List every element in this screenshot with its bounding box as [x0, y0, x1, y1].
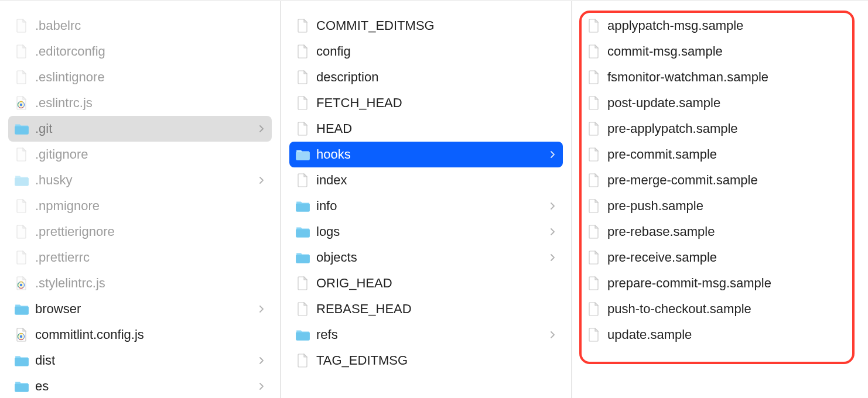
- file-icon: [586, 250, 602, 265]
- file-icon: [295, 121, 310, 136]
- file-name-label: browser: [35, 301, 252, 317]
- file-icon: [14, 224, 29, 239]
- file-row[interactable]: .npmignore: [8, 193, 272, 219]
- folder-row[interactable]: es: [8, 373, 272, 398]
- file-icon: [586, 18, 602, 33]
- svg-point-6: [20, 104, 22, 106]
- file-row[interactable]: config: [289, 39, 563, 64]
- chevron-right-icon: [258, 177, 266, 184]
- file-name-label: pre-applypatch.sample: [607, 121, 854, 136]
- folder-row[interactable]: objects: [289, 245, 563, 270]
- finder-column-0: .babelrc .editorconfig .eslintignore .es…: [0, 1, 281, 398]
- file-icon: [586, 44, 602, 59]
- file-row[interactable]: pre-commit.sample: [580, 142, 860, 167]
- file-name-label: pre-commit.sample: [607, 147, 854, 162]
- chevron-right-icon: [549, 151, 557, 158]
- file-name-label: description: [316, 70, 557, 85]
- folder-icon: [295, 198, 310, 214]
- file-row[interactable]: HEAD: [289, 116, 563, 142]
- file-name-label: .stylelintrc.js: [35, 276, 266, 291]
- folder-icon: [14, 173, 29, 188]
- chevron-right-icon: [258, 383, 266, 390]
- file-row[interactable]: .babelrc: [8, 13, 272, 39]
- file-icon: [295, 353, 310, 368]
- file-name-label: pre-rebase.sample: [607, 224, 854, 239]
- file-row[interactable]: ORIG_HEAD: [289, 270, 563, 296]
- file-row[interactable]: pre-merge-commit.sample: [580, 167, 860, 193]
- file-name-label: HEAD: [316, 121, 557, 136]
- folder-icon: [14, 301, 29, 317]
- file-name-label: push-to-checkout.sample: [607, 301, 854, 317]
- finder-column-2: applypatch-msg.sample commit-msg.sample …: [572, 1, 868, 398]
- file-row[interactable]: .prettierignore: [8, 219, 272, 245]
- file-row[interactable]: fsmonitor-watchman.sample: [580, 64, 860, 90]
- folder-row[interactable]: .git: [8, 116, 272, 142]
- file-row[interactable]: index: [289, 167, 563, 193]
- file-icon: [295, 44, 310, 59]
- file-name-label: index: [316, 173, 557, 188]
- folder-icon: [295, 250, 310, 265]
- file-row[interactable]: FETCH_HEAD: [289, 90, 563, 116]
- file-row[interactable]: .prettierrc: [8, 245, 272, 270]
- file-name-label: .eslintrc.js: [35, 95, 266, 111]
- file-name-label: ORIG_HEAD: [316, 276, 557, 291]
- file-icon: [295, 301, 310, 317]
- folder-row[interactable]: refs: [289, 322, 563, 348]
- file-row[interactable]: .stylelintrc.js: [8, 270, 272, 296]
- file-row[interactable]: post-update.sample: [580, 90, 860, 116]
- file-row[interactable]: push-to-checkout.sample: [580, 296, 860, 322]
- file-icon: [586, 173, 602, 188]
- chevron-right-icon: [258, 357, 266, 364]
- file-name-label: .eslintignore: [35, 70, 266, 85]
- file-row[interactable]: .eslintignore: [8, 64, 272, 90]
- folder-icon: [14, 379, 29, 394]
- file-name-label: applypatch-msg.sample: [607, 18, 854, 33]
- finder-column-view: .babelrc .editorconfig .eslintignore .es…: [0, 0, 868, 398]
- file-row[interactable]: description: [289, 64, 563, 90]
- js-file-icon: [14, 276, 29, 291]
- file-row[interactable]: commit-msg.sample: [580, 39, 860, 64]
- js-file-icon: [14, 327, 29, 342]
- file-row[interactable]: .eslintrc.js: [8, 90, 272, 116]
- file-name-label: refs: [316, 327, 543, 342]
- file-row[interactable]: pre-push.sample: [580, 193, 860, 219]
- file-row[interactable]: TAG_EDITMSG: [289, 348, 563, 373]
- chevron-right-icon: [258, 306, 266, 313]
- file-row[interactable]: .gitignore: [8, 142, 272, 167]
- chevron-right-icon: [549, 254, 557, 261]
- file-icon: [586, 301, 602, 317]
- js-file-icon: [14, 95, 29, 111]
- file-row[interactable]: .editorconfig: [8, 39, 272, 64]
- file-icon: [586, 276, 602, 291]
- file-row[interactable]: REBASE_HEAD: [289, 296, 563, 322]
- file-name-label: REBASE_HEAD: [316, 301, 557, 317]
- folder-row[interactable]: .husky: [8, 167, 272, 193]
- file-name-label: commit-msg.sample: [607, 44, 854, 59]
- file-icon: [14, 18, 29, 33]
- file-row[interactable]: prepare-commit-msg.sample: [580, 270, 860, 296]
- file-name-label: config: [316, 44, 557, 59]
- file-name-label: pre-merge-commit.sample: [607, 173, 854, 188]
- svg-point-20: [20, 335, 22, 338]
- file-icon: [586, 95, 602, 111]
- file-icon: [586, 327, 602, 342]
- file-row[interactable]: pre-rebase.sample: [580, 219, 860, 245]
- folder-row[interactable]: hooks: [289, 142, 563, 167]
- file-icon: [295, 18, 310, 33]
- file-row[interactable]: pre-applypatch.sample: [580, 116, 860, 142]
- file-name-label: pre-push.sample: [607, 198, 854, 214]
- folder-row[interactable]: dist: [8, 348, 272, 373]
- file-row[interactable]: COMMIT_EDITMSG: [289, 13, 563, 39]
- folder-row[interactable]: logs: [289, 219, 563, 245]
- file-row[interactable]: update.sample: [580, 322, 860, 348]
- file-name-label: FETCH_HEAD: [316, 95, 557, 111]
- file-row[interactable]: applypatch-msg.sample: [580, 13, 860, 39]
- file-icon: [295, 276, 310, 291]
- file-row[interactable]: pre-receive.sample: [580, 245, 860, 270]
- folder-row[interactable]: info: [289, 193, 563, 219]
- file-row[interactable]: commitlint.config.js: [8, 322, 272, 348]
- folder-row[interactable]: browser: [8, 296, 272, 322]
- file-name-label: .npmignore: [35, 198, 266, 214]
- folder-icon: [14, 121, 29, 136]
- finder-column-1: COMMIT_EDITMSG config description FETCH_…: [281, 1, 572, 398]
